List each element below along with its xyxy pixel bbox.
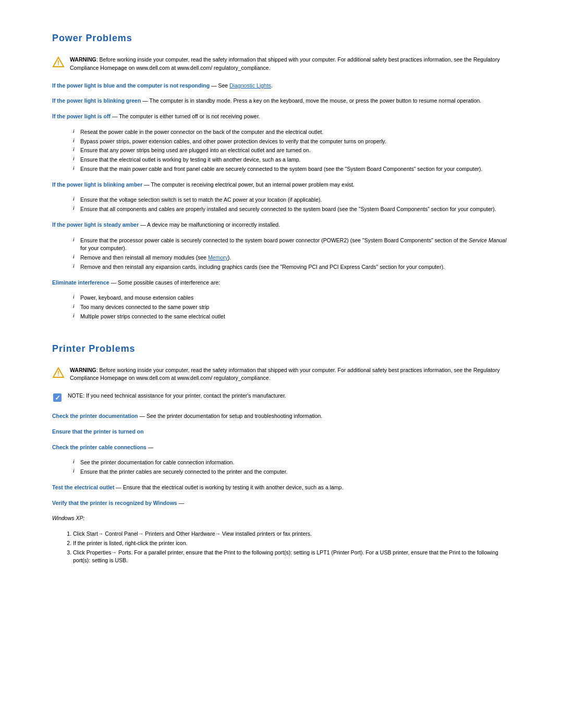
blinking-amber-bullets: Ensure that the voltage selection switch… bbox=[73, 196, 511, 214]
blinking-green-condition: If the power light is blinking green — T… bbox=[52, 97, 511, 105]
memory-link[interactable]: Memory bbox=[208, 254, 228, 261]
blue-light-separator: — See bbox=[211, 82, 229, 89]
check-cable-condition: Check the printer cable connections — bbox=[52, 443, 511, 452]
warning-icon: ! bbox=[52, 56, 65, 69]
verify-windows-label: Verify that the printer is recognized by… bbox=[52, 500, 177, 506]
test-outlet-body: Ensure that the electrical outlet is wor… bbox=[123, 484, 344, 490]
svg-text:✓: ✓ bbox=[55, 394, 60, 402]
svg-text:!: ! bbox=[57, 370, 59, 377]
blinking-green-separator: — bbox=[142, 97, 149, 104]
list-item: Ensure that the main power cable and fro… bbox=[73, 165, 511, 174]
eliminate-interference-body: Some possible causes of interference are… bbox=[118, 279, 220, 286]
list-item: Ensure that the processor power cable is… bbox=[73, 237, 511, 253]
light-off-bullets: Reseat the power cable in the power conn… bbox=[73, 128, 511, 174]
list-item: Ensure that any power strips being used … bbox=[73, 146, 511, 155]
light-off-condition: If the power light is off — The computer… bbox=[52, 113, 511, 121]
blinking-amber-label: If the power light is blinking amber bbox=[52, 181, 142, 188]
page-content: Power Problems ! WARNING: Before working… bbox=[52, 31, 511, 565]
warning-icon-printer: ! bbox=[52, 367, 65, 379]
printer-warning-text: WARNING: Before working inside your comp… bbox=[70, 366, 511, 383]
check-cable-label: Check the printer cable connections bbox=[52, 444, 146, 450]
eliminate-interference-condition: Eliminate interference — Some possible c… bbox=[52, 279, 511, 287]
verify-windows-separator: — bbox=[179, 500, 185, 506]
blinking-amber-body: The computer is receiving electrical pow… bbox=[151, 181, 354, 188]
list-item: Remove and then reinstall all memory mod… bbox=[73, 254, 511, 262]
list-item: Power, keyboard, and mouse extension cab… bbox=[73, 294, 511, 302]
test-outlet-label: Test the electrical outlet bbox=[52, 484, 114, 490]
list-item: Ensure that the voltage selection switch… bbox=[73, 196, 511, 204]
warning-bold-label-2: WARNING bbox=[70, 367, 96, 373]
interference-bullets: Power, keyboard, and mouse extension cab… bbox=[73, 294, 511, 320]
light-off-label: If the power light is off bbox=[52, 113, 111, 119]
power-problems-section: Power Problems ! WARNING: Before working… bbox=[52, 31, 511, 321]
diagnostic-lights-link[interactable]: Diagnostic Lights bbox=[229, 82, 271, 89]
svg-text:!: ! bbox=[57, 59, 59, 67]
ensure-printer-on-label: Ensure that the printer is turned on bbox=[52, 428, 144, 435]
printer-warning-box: ! WARNING: Before working inside your co… bbox=[52, 366, 511, 383]
power-problems-title: Power Problems bbox=[52, 31, 511, 45]
steady-amber-condition: If the power light is steady amber — A d… bbox=[52, 221, 511, 229]
printer-problems-section: Printer Problems ! WARNING: Before worki… bbox=[52, 342, 511, 565]
blinking-green-label: If the power light is blinking green bbox=[52, 97, 141, 104]
blinking-amber-separator: — bbox=[144, 181, 151, 188]
steady-amber-body: A device may be malfunctioning or incorr… bbox=[147, 221, 280, 228]
list-item: Ensure that all components and cables ar… bbox=[73, 205, 511, 214]
cable-bullets: See the printer documentation for cable … bbox=[73, 459, 511, 476]
windows-xp-steps: Click Start→ Control Panel→ Printers and… bbox=[73, 530, 511, 565]
printer-warning-body: : Before working inside your computer, r… bbox=[70, 367, 500, 381]
list-item: Ensure that the electrical outlet is wor… bbox=[73, 156, 511, 164]
list-item: Click Start→ Control Panel→ Printers and… bbox=[73, 530, 511, 538]
note-icon: ✓ bbox=[52, 392, 63, 403]
blinking-amber-condition: If the power light is blinking amber — T… bbox=[52, 181, 511, 189]
steady-amber-separator: — bbox=[140, 221, 147, 228]
list-item: Remove and then reinstall any expansion … bbox=[73, 263, 511, 272]
list-item: If the printer is listed, right-click th… bbox=[73, 539, 511, 548]
list-item: Bypass power strips, power extension cab… bbox=[73, 138, 511, 146]
test-outlet-condition: Test the electrical outlet — Ensure that… bbox=[52, 484, 511, 492]
printer-note-box: ✓ NOTE: If you need technical assistance… bbox=[52, 392, 511, 403]
list-item: Reseat the power cable in the power conn… bbox=[73, 128, 511, 137]
eliminate-interference-label: Eliminate interference bbox=[52, 279, 109, 286]
power-warning-box: ! WARNING: Before working inside your co… bbox=[52, 56, 511, 72]
printer-note-text: NOTE: If you need technical assistance f… bbox=[68, 392, 286, 400]
test-outlet-separator: — bbox=[116, 484, 123, 490]
warning-bold-label: WARNING bbox=[70, 56, 96, 63]
check-printer-doc-separator: — bbox=[139, 413, 146, 419]
list-item: Too many devices connected to the same p… bbox=[73, 303, 511, 312]
check-printer-doc-label: Check the printer documentation bbox=[52, 413, 138, 419]
verify-windows-condition: Verify that the printer is recognized by… bbox=[52, 499, 511, 508]
list-item: Click Properties→ Ports. For a parallel … bbox=[73, 549, 511, 565]
printer-problems-title: Printer Problems bbox=[52, 342, 511, 356]
windows-xp-label-line: Windows XP: bbox=[52, 514, 511, 523]
check-cable-separator: — bbox=[148, 444, 154, 450]
printer-note-body: : If you need technical assistance for y… bbox=[83, 392, 286, 399]
light-off-separator: — bbox=[112, 113, 119, 119]
check-printer-doc-body: See the printer documentation for setup … bbox=[146, 413, 322, 419]
note-bold-label: NOTE bbox=[68, 392, 83, 399]
power-warning-text: WARNING: Before working inside your comp… bbox=[70, 56, 511, 72]
light-off-body: The computer is either turned off or is … bbox=[119, 113, 260, 119]
steady-amber-bullets: Ensure that the processor power cable is… bbox=[73, 237, 511, 272]
list-item: Multiple power strips connected to the s… bbox=[73, 313, 511, 321]
blue-light-label: If the power light is blue and the compu… bbox=[52, 82, 210, 89]
windows-xp-label: Windows XP: bbox=[52, 515, 84, 521]
blinking-green-body: The computer is in standby mode. Press a… bbox=[150, 97, 482, 104]
list-item: See the printer documentation for cable … bbox=[73, 459, 511, 467]
ensure-printer-on-condition: Ensure that the printer is turned on bbox=[52, 428, 511, 436]
power-warning-body: : Before working inside your computer, r… bbox=[70, 56, 500, 71]
list-item: Ensure that the printer cables are secur… bbox=[73, 468, 511, 476]
steady-amber-label: If the power light is steady amber bbox=[52, 221, 139, 228]
check-printer-doc-condition: Check the printer documentation — See th… bbox=[52, 412, 511, 421]
eliminate-interference-separator: — bbox=[111, 279, 118, 286]
blue-light-condition: If the power light is blue and the compu… bbox=[52, 82, 511, 90]
